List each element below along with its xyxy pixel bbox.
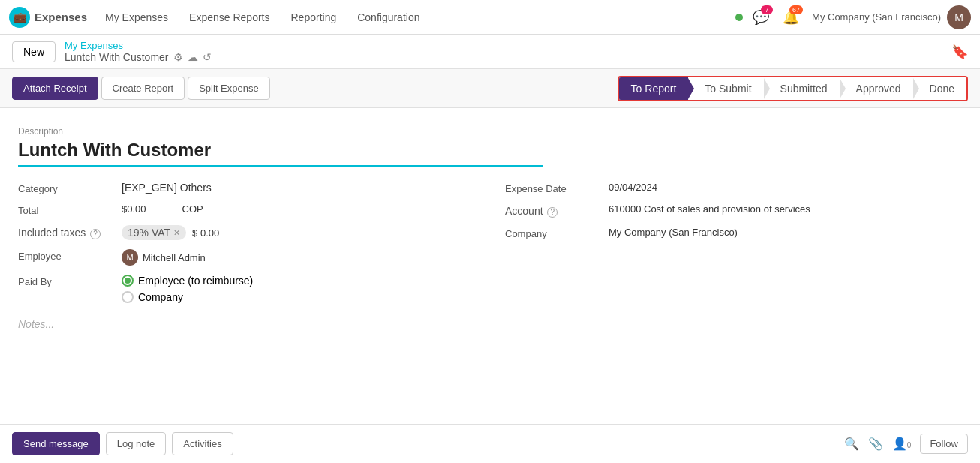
- refresh-icon[interactable]: ↺: [203, 51, 212, 63]
- breadcrumb-current-label: Luntch With Customer: [65, 51, 169, 63]
- total-label: Total: [18, 203, 116, 216]
- pipeline-step-approved[interactable]: Approved: [840, 77, 913, 100]
- search-icon[interactable]: 🔍: [844, 437, 859, 451]
- form-grid: Category [EXP_GEN] Others Total $0.00 CO…: [18, 182, 962, 303]
- radio-company-icon: [122, 291, 134, 303]
- avatar[interactable]: M: [947, 5, 971, 29]
- account-value[interactable]: 610000 Cost of sales and provision of se…: [609, 203, 810, 215]
- description-label: Description: [18, 126, 962, 137]
- notifications-button[interactable]: 🔔 67: [779, 5, 803, 29]
- paid-by-options: Employee (to reimburse) Company: [122, 275, 253, 303]
- messages-badge: 7: [761, 5, 773, 14]
- messages-button[interactable]: 💬 7: [749, 5, 773, 29]
- company-label: My Company (San Francisco): [812, 11, 941, 23]
- account-field: Account ? 610000 Cost of sales and provi…: [505, 203, 962, 218]
- company-field: Company My Company (San Francisco): [505, 227, 962, 239]
- account-help-icon[interactable]: ?: [547, 207, 558, 218]
- paid-by-employee-label: Employee (to reimburse): [138, 275, 253, 287]
- send-message-button[interactable]: Send message: [12, 432, 100, 455]
- nav-expense-reports[interactable]: Expense Reports: [180, 7, 278, 28]
- bookmark-icon[interactable]: 🔖: [951, 44, 968, 60]
- taxes-help-icon[interactable]: ?: [90, 229, 101, 239]
- employee-label: Employee: [18, 249, 116, 262]
- pipeline-step-to-report[interactable]: To Report: [619, 77, 689, 100]
- notifications-badge: 67: [789, 5, 803, 14]
- status-pipeline: To Report To Submit Submitted Approved D…: [618, 76, 968, 101]
- company-value[interactable]: My Company (San Francisco): [609, 227, 738, 238]
- cloud-icon[interactable]: ☁: [188, 51, 198, 63]
- activities-button[interactable]: Activities: [172, 432, 233, 455]
- breadcrumb: My Expenses Luntch With Customer ⚙ ☁ ↺: [65, 40, 212, 63]
- settings-icon[interactable]: ⚙: [173, 51, 183, 63]
- paid-by-label: Paid By: [18, 275, 116, 287]
- new-button[interactable]: New: [12, 41, 56, 62]
- brand-icon: 💼: [9, 7, 30, 28]
- total-value[interactable]: $0.00: [122, 203, 146, 215]
- company-label: Company: [505, 227, 603, 239]
- brand[interactable]: 💼 Expenses: [9, 7, 87, 28]
- notes-input[interactable]: Notes...: [18, 318, 962, 330]
- paid-by-company-label: Company: [138, 291, 183, 303]
- expense-date-value[interactable]: 09/04/2024: [609, 182, 657, 193]
- tax-remove-button[interactable]: ✕: [173, 228, 180, 238]
- create-report-button[interactable]: Create Report: [101, 77, 185, 100]
- pipeline-step-submitted[interactable]: Submitted: [764, 77, 840, 100]
- online-status-icon: [735, 14, 743, 21]
- radio-employee-icon: [122, 275, 134, 287]
- nav-configuration[interactable]: Configuration: [348, 7, 428, 28]
- nav-icons: 💬 7 🔔 67 My Company (San Francisco) M: [735, 5, 971, 29]
- taxes-label: Included taxes ?: [18, 225, 116, 239]
- main-content: Description Category [EXP_GEN] Others To…: [0, 108, 980, 424]
- split-expense-button[interactable]: Split Expense: [188, 77, 270, 100]
- nav-my-expenses[interactable]: My Expenses: [96, 7, 177, 28]
- paid-by-employee-option[interactable]: Employee (to reimburse): [122, 275, 253, 287]
- employee-field: Employee M Mitchell Admin: [18, 249, 475, 266]
- category-field: Category [EXP_GEN] Others: [18, 182, 475, 194]
- secondary-bar: New My Expenses Luntch With Customer ⚙ ☁…: [0, 35, 980, 69]
- expense-date-label: Expense Date: [505, 182, 603, 194]
- pipeline-step-to-submit[interactable]: To Submit: [688, 77, 763, 100]
- category-label: Category: [18, 182, 116, 194]
- attachment-icon[interactable]: 📎: [868, 437, 883, 451]
- pipeline-step-done[interactable]: Done: [913, 77, 966, 100]
- currency-value[interactable]: COP: [182, 203, 203, 215]
- tax-badge: 19% VAT ✕: [122, 225, 186, 240]
- navbar: 💼 Expenses My Expenses Expense Reports R…: [0, 0, 980, 35]
- chat-icons: 🔍 📎 👤0 Follow: [844, 434, 968, 454]
- tax-amount: $ 0.00: [192, 227, 219, 239]
- paid-by-company-option[interactable]: Company: [122, 291, 253, 303]
- total-field: Total $0.00 COP: [18, 203, 475, 216]
- form-right: Expense Date 09/04/2024 Account ? 610000…: [505, 182, 962, 303]
- account-label: Account ?: [505, 203, 603, 218]
- category-value[interactable]: [EXP_GEN] Others: [122, 182, 212, 194]
- brand-name: Expenses: [35, 11, 87, 23]
- taxes-field: Included taxes ? 19% VAT ✕ $ 0.00: [18, 225, 475, 240]
- chatter-bar: Send message Log note Activities 🔍 📎 👤0 …: [0, 424, 980, 463]
- breadcrumb-parent[interactable]: My Expenses: [65, 40, 212, 51]
- expense-date-field: Expense Date 09/04/2024: [505, 182, 962, 194]
- attach-receipt-button[interactable]: Attach Receipt: [12, 77, 98, 100]
- title-input[interactable]: [18, 140, 543, 167]
- form-left: Category [EXP_GEN] Others Total $0.00 CO…: [18, 182, 475, 303]
- log-note-button[interactable]: Log note: [106, 432, 167, 455]
- employee-avatar: M: [122, 249, 138, 266]
- nav-reporting[interactable]: Reporting: [282, 7, 346, 28]
- paid-by-field: Paid By Employee (to reimburse) Company: [18, 275, 475, 303]
- employee-name[interactable]: Mitchell Admin: [143, 252, 206, 263]
- follow-button[interactable]: Follow: [920, 434, 968, 454]
- followers-icon[interactable]: 👤0: [892, 437, 912, 451]
- action-bar: Attach Receipt Create Report Split Expen…: [0, 69, 980, 108]
